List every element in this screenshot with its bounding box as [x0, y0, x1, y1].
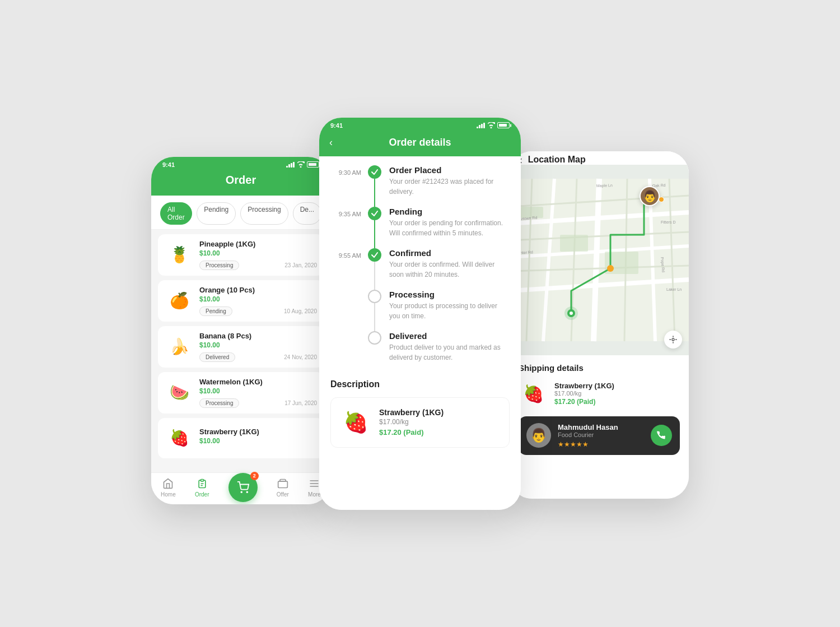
desc-img-strawberry: 🍓: [339, 406, 372, 439]
phone-icon: [657, 431, 666, 440]
desc-per-kg: $17.00/kg: [379, 418, 444, 426]
desc-paid-price: $17.20 (Paid): [379, 428, 444, 436]
tl-content-delivered: Delivered Product deliver to you and mar…: [382, 331, 510, 373]
order-date-pineapple: 23 Jan, 2020: [284, 262, 317, 268]
tl-time-processing: [330, 290, 367, 331]
svg-rect-5: [278, 481, 288, 487]
timeline-item-confirmed: 9:55 AM Confirmed Your order is confirme…: [330, 248, 510, 290]
shipping-item-name: Strawberry (1KG): [554, 382, 614, 390]
left-header: Order: [151, 170, 330, 196]
tl-dot-placed: [368, 165, 381, 179]
shipping-item: 🍓 Strawberry (1KG) $17.00/kg $17.20 (Pai…: [519, 379, 680, 408]
tl-dot-col-placed: [367, 165, 382, 207]
order-info-pineapple: Pineapple (1KG) $10.00 Processing 23 Jan…: [199, 240, 317, 270]
status-icons-left: [286, 161, 319, 168]
svg-text:Fitters D: Fitters D: [661, 220, 675, 224]
svg-rect-0: [200, 479, 203, 481]
courier-avatar-map: 👨: [640, 186, 660, 206]
status-badge-pineapple: Processing: [199, 261, 239, 270]
svg-rect-24: [560, 235, 588, 252]
tab-de[interactable]: De...: [293, 202, 321, 225]
order-img-orange: 🍊: [165, 286, 194, 315]
tl-time-placed: 9:30 AM: [330, 165, 367, 207]
order-date-banana: 24 Nov, 2020: [284, 354, 317, 360]
cart-fab-button[interactable]: 2: [228, 473, 258, 502]
tl-dot-pending: [368, 207, 381, 220]
tl-dot-col-pending: [367, 207, 382, 248]
tab-all-order[interactable]: All Order: [160, 202, 192, 225]
map-svg: Kutztown Rd Center Rd Maple Ln Oak Rd Fi…: [510, 165, 689, 355]
tl-dot-col-delivered: [367, 331, 382, 373]
status-badge-orange: Pending: [199, 306, 232, 316]
battery-icon-center: [497, 122, 510, 128]
order-img-pineapple: 🍍: [165, 240, 194, 270]
order-icon: [196, 477, 208, 490]
order-info-orange: Orange (10 Pcs) $10.00 Pending 10 Aug, 2…: [199, 286, 317, 316]
shipping-paid-price: $17.20 (Paid): [554, 398, 614, 406]
tab-pending[interactable]: Pending: [197, 202, 236, 225]
order-footer-orange: Pending 10 Aug, 2020: [199, 306, 317, 316]
order-item-pineapple[interactable]: 🍍 Pineapple (1KG) $10.00 Processing 23 J…: [158, 234, 324, 276]
status-bar-center: 9:41: [319, 118, 521, 131]
call-button[interactable]: [651, 425, 672, 446]
order-img-strawberry: 🍓: [165, 424, 194, 453]
shipping-section: Shipping details 🍓 Strawberry (1KG) $17.…: [510, 355, 689, 499]
order-info-strawberry: Strawberry (1KG) $10.00: [199, 428, 317, 448]
order-item-banana[interactable]: 🍌 Banana (8 Pcs) $10.00 Delivered 24 Nov…: [158, 326, 324, 368]
signal-icon-center: [477, 123, 485, 128]
courier-info: Mahmudul Hasan Food Courier ★★★★★: [558, 423, 644, 448]
order-date-orange: 10 Aug, 2020: [284, 308, 317, 314]
tl-content-pending: Pending Your order is pending for confir…: [382, 207, 510, 248]
order-footer-banana: Delivered 24 Nov, 2020: [199, 352, 317, 362]
courier-avatar: 👨: [526, 423, 551, 448]
order-price-strawberry: $10.00: [199, 437, 317, 445]
wifi-icon-center: [487, 122, 495, 128]
phone-order-details: 9:41 ‹ Order details: [319, 118, 521, 510]
tl-dot-col-confirmed: [367, 248, 382, 290]
timeline: 9:30 AM Order Placed Your order #212423 …: [330, 165, 510, 373]
order-name-watermelon: Watermelon (1KG): [199, 378, 317, 386]
location-button[interactable]: [664, 331, 682, 349]
nav-home[interactable]: Home: [161, 477, 176, 498]
description-title: Description: [330, 379, 510, 389]
nav-home-label: Home: [161, 491, 176, 498]
phones-container: 9:41 Order All Order Pending: [112, 118, 728, 510]
status-badge-banana: Delivered: [199, 352, 235, 362]
status-icons-center: [477, 122, 510, 128]
order-details-body: 9:30 AM Order Placed Your order #212423 …: [319, 156, 521, 510]
courier-card: 👨 Mahmudul Hasan Food Courier ★★★★★: [519, 416, 680, 455]
status-time-center: 9:41: [330, 122, 343, 129]
tl-time-delivered: [330, 331, 367, 373]
order-item-orange[interactable]: 🍊 Orange (10 Pcs) $10.00 Pending 10 Aug,…: [158, 280, 324, 322]
nav-order[interactable]: Order: [195, 477, 209, 498]
shipping-per-kg: $17.00/kg: [554, 390, 614, 397]
cart-icon: [237, 481, 249, 494]
tl-content-confirmed: Confirmed Your order is confirmed. Will …: [382, 248, 510, 290]
wifi-icon: [297, 161, 305, 168]
offer-icon: [277, 477, 289, 490]
svg-text:Laker Ln: Laker Ln: [666, 287, 682, 291]
tl-content-processing: Processing Your product is processing to…: [382, 290, 510, 331]
waypoint-dot: [659, 197, 664, 202]
cart-badge: 2: [250, 472, 259, 480]
tab-processing[interactable]: Processing: [240, 202, 288, 225]
order-item-watermelon[interactable]: 🍉 Watermelon (1KG) $10.00 Processing 17 …: [158, 372, 324, 414]
nav-offer-label: Offer: [277, 491, 289, 498]
signal-icon: [286, 162, 295, 168]
shipping-img-strawberry: 🍓: [519, 379, 548, 408]
back-button-center[interactable]: ‹: [329, 137, 333, 148]
shipping-info: Strawberry (1KG) $17.00/kg $17.20 (Paid): [554, 382, 614, 406]
order-item-strawberry[interactable]: 🍓 Strawberry (1KG) $10.00: [158, 418, 324, 458]
center-header-title: Order details: [389, 137, 451, 148]
svg-point-3: [241, 491, 242, 493]
tl-dot-col-processing: [367, 290, 382, 331]
nav-offer[interactable]: Offer: [277, 477, 289, 498]
order-price-banana: $10.00: [199, 341, 317, 349]
order-price-pineapple: $10.00: [199, 249, 317, 257]
tl-line-confirmed: [374, 262, 375, 290]
order-price-orange: $10.00: [199, 295, 317, 303]
timeline-item-delivered: Delivered Product deliver to you and mar…: [330, 331, 510, 373]
left-header-title: Order: [151, 174, 330, 187]
tl-line-processing: [374, 303, 375, 331]
order-img-banana: 🍌: [165, 332, 194, 361]
